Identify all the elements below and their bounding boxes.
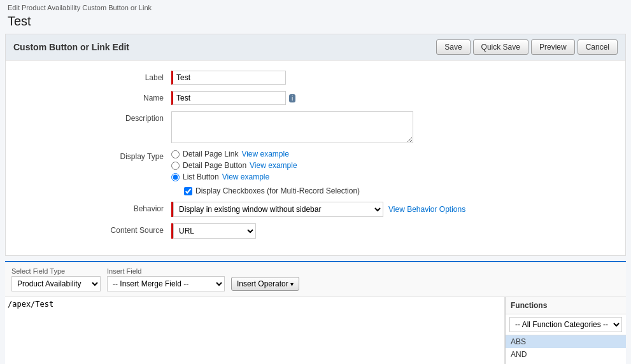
cancel-button[interactable]: Cancel: [578, 39, 618, 55]
behavior-row: Behavior Display in existing window with…: [6, 202, 625, 217]
description-row: Description: [6, 111, 625, 143]
name-field-input-wrap: i: [171, 91, 625, 105]
insert-field-group: Insert Field -- Insert Merge Field --: [107, 267, 225, 291]
behavior-select[interactable]: Display in existing window without sideb…: [173, 202, 383, 217]
radio-detail-page-link-input[interactable]: [171, 150, 180, 158]
main-panel: Custom Button or Link Edit Save Quick Sa…: [5, 34, 626, 256]
editor-pane: [5, 297, 505, 364]
name-field-label: Name: [6, 91, 171, 102]
content-source-row: Content Source URL Visualforce Page HTML: [6, 223, 625, 239]
page-title: Test: [0, 13, 631, 34]
list-button-example[interactable]: View example: [222, 172, 269, 181]
insert-field-label: Insert Field: [107, 267, 225, 275]
insert-operator-button[interactable]: Insert Operator▾: [231, 277, 299, 291]
view-behavior-options-link[interactable]: View Behavior Options: [388, 205, 465, 214]
radio-detail-page-link: Detail Page Link View example: [171, 150, 360, 158]
function-item-abs[interactable]: ABS: [506, 335, 626, 348]
lower-content: Functions -- All Function Categories -- …: [5, 297, 626, 364]
display-type-row: Display Type Detail Page Link View examp…: [6, 150, 625, 195]
panel-title: Custom Button or Link Edit: [13, 42, 129, 52]
select-field-type-group: Select Field Type Product Availability: [11, 267, 101, 291]
functions-pane: Functions -- All Function Categories -- …: [505, 297, 626, 364]
formula-editor[interactable]: [8, 300, 502, 364]
description-textarea[interactable]: [171, 111, 413, 143]
functions-header: Functions: [506, 297, 626, 314]
functions-list: ABS AND BEGINS BLANKVALUE CASE CASESAFEI…: [506, 335, 626, 364]
select-field-type-select[interactable]: Product Availability: [11, 276, 101, 291]
quick-save-button[interactable]: Quick Save: [473, 39, 528, 55]
display-checkboxes-row: Display Checkboxes (for Multi-Record Sel…: [184, 186, 360, 195]
info-icon[interactable]: i: [289, 94, 295, 102]
radio-list-button: List Button View example: [171, 172, 360, 181]
save-button[interactable]: Save: [436, 39, 470, 55]
label-input[interactable]: [171, 71, 286, 85]
behavior-field-wrap: Display in existing window without sideb…: [171, 202, 625, 217]
name-row: Name i: [6, 91, 625, 105]
content-source-label: Content Source: [6, 223, 171, 235]
detail-page-link-example[interactable]: View example: [241, 150, 288, 158]
content-source-select[interactable]: URL Visualforce Page HTML: [173, 223, 256, 239]
description-label: Description: [6, 111, 171, 123]
lower-section: Select Field Type Product Availability I…: [5, 261, 626, 364]
function-item-and[interactable]: AND: [506, 348, 626, 361]
panel-header: Custom Button or Link Edit Save Quick Sa…: [6, 34, 625, 60]
detail-page-button-example[interactable]: View example: [250, 161, 297, 170]
function-item-begins[interactable]: BEGINS: [506, 361, 626, 364]
preview-button[interactable]: Preview: [531, 39, 575, 55]
insert-field-select[interactable]: -- Insert Merge Field --: [107, 276, 225, 291]
breadcrumb: Edit Product Availability Custom Button …: [0, 0, 631, 13]
display-checkboxes-label: Display Checkboxes (for Multi-Record Sel…: [195, 186, 360, 195]
description-field-wrap: [171, 111, 625, 143]
panel-header-buttons: Save Quick Save Preview Cancel: [436, 39, 618, 55]
select-field-type-label: Select Field Type: [11, 267, 101, 275]
radio-list-button-input[interactable]: [171, 173, 180, 181]
label-field-label: Label: [6, 71, 171, 82]
functions-category-wrap: -- All Function Categories --: [506, 314, 626, 335]
label-row: Label: [6, 71, 625, 85]
form-area: Label Name i Description Display Type: [6, 60, 625, 255]
label-field-input-wrap: [171, 71, 625, 85]
display-checkboxes-checkbox[interactable]: [184, 187, 192, 195]
functions-category-select[interactable]: -- All Function Categories --: [509, 317, 622, 332]
display-type-options: Detail Page Link View example Detail Pag…: [171, 150, 625, 195]
display-type-label: Display Type: [6, 150, 171, 161]
behavior-label: Behavior: [6, 202, 171, 213]
lower-toolbar: Select Field Type Product Availability I…: [5, 262, 626, 297]
radio-detail-page-button: Detail Page Button View example: [171, 161, 360, 170]
content-source-field-wrap: URL Visualforce Page HTML: [171, 223, 625, 239]
radio-detail-page-button-input[interactable]: [171, 162, 180, 170]
insert-operator-group: Insert Operator▾: [231, 268, 299, 291]
name-input[interactable]: [171, 91, 286, 105]
